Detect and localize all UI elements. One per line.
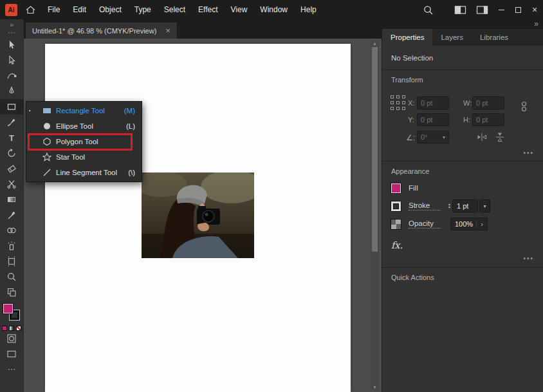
effects-row: fx. — [382, 233, 543, 251]
curvature-tool[interactable] — [0, 68, 24, 84]
chevron-down-icon: ▾ — [484, 203, 486, 209]
fill-color-swatch[interactable] — [3, 304, 13, 313]
fill-stroke-swatches[interactable] — [0, 303, 24, 323]
star-icon — [41, 152, 53, 162]
symbol-sprayer-tool[interactable] — [0, 238, 24, 254]
vertical-scrollbar[interactable]: ▲ ▼ — [371, 40, 379, 391]
menu-help[interactable]: Help — [294, 0, 323, 19]
flip-horizontal-icon[interactable] — [476, 132, 488, 142]
chevron-down-icon: ▾ — [443, 135, 445, 140]
flip-vertical-icon[interactable] — [494, 132, 506, 142]
close-button[interactable]: × — [526, 0, 543, 19]
minimize-button[interactable] — [493, 0, 510, 19]
x-input[interactable] — [417, 97, 449, 109]
stroke-label[interactable]: Stroke — [409, 201, 441, 210]
flyout-item-line-segment-tool[interactable]: Line Segment Tool (\) — [26, 165, 142, 180]
opacity-value: 100% — [451, 220, 476, 228]
edit-toolbar-icon[interactable] — [0, 285, 24, 300]
stroke-swatch[interactable] — [391, 201, 401, 211]
pen-tool[interactable] — [0, 84, 24, 99]
stepper-down-icon[interactable]: ▾ — [448, 206, 450, 209]
opacity-swatch[interactable] — [391, 219, 401, 229]
tab-layers[interactable]: Layers — [432, 29, 472, 46]
flyout-item-ellipse-tool[interactable]: Ellipse Tool (L) — [26, 118, 142, 134]
home-icon[interactable] — [25, 5, 36, 15]
transform-section-title: Transform — [382, 70, 543, 88]
y-input[interactable] — [417, 113, 449, 126]
rectangle-tool[interactable] — [0, 99, 24, 115]
maximize-button[interactable] — [510, 0, 526, 19]
zoom-tool[interactable] — [0, 269, 24, 285]
effects-button[interactable]: fx. — [391, 240, 403, 250]
menu-view[interactable]: View — [225, 0, 254, 19]
draw-mode-icon[interactable] — [0, 331, 24, 346]
arrange-documents-icon[interactable] — [449, 0, 471, 19]
eyedropper-tool[interactable] — [0, 207, 24, 223]
fill-row: Fill — [382, 179, 543, 197]
search-icon[interactable] — [417, 0, 439, 19]
menu-select[interactable]: Select — [158, 0, 192, 19]
menu-type[interactable]: Type — [128, 0, 158, 19]
paintbrush-tool[interactable] — [0, 115, 24, 130]
workspace-switcher-icon[interactable] — [471, 0, 493, 19]
flyout-item-star-tool[interactable]: Star Tool — [26, 149, 142, 165]
scroll-up-icon[interactable]: ▲ — [371, 41, 379, 46]
menu-object[interactable]: Object — [93, 0, 128, 19]
rotate-tool[interactable] — [0, 145, 24, 161]
stroke-weight-stepper[interactable]: ▴ ▾ — [448, 203, 450, 209]
opacity-label[interactable]: Opacity — [409, 219, 441, 229]
panel-collapse-icon[interactable]: » — [534, 20, 538, 28]
eraser-tool[interactable] — [0, 161, 24, 176]
selection-tool[interactable] — [0, 37, 24, 53]
toolbar-grip-icon[interactable]: ⋯ — [0, 30, 24, 37]
blend-tool[interactable] — [0, 223, 24, 238]
flyout-item-rectangle-tool[interactable]: ▪ Rectangle Tool (M) — [26, 103, 142, 118]
quick-actions-section-title: Quick Actions — [382, 268, 543, 285]
fill-label[interactable]: Fill — [409, 184, 418, 192]
toolbar-more-icon[interactable]: ⋯ — [8, 364, 16, 377]
scrollbar-thumb[interactable] — [372, 47, 378, 252]
stroke-weight-input[interactable]: 1 pt — [452, 200, 478, 212]
none-button[interactable] — [16, 326, 21, 331]
menu-window[interactable]: Window — [253, 0, 294, 19]
flyout-item-shortcut: (\) — [128, 169, 142, 176]
artboard-tool[interactable] — [0, 254, 24, 269]
titlebar-controls: × — [417, 0, 543, 19]
flyout-item-polygon-tool[interactable]: Polygon Tool — [26, 134, 142, 149]
tab-libraries[interactable]: Libraries — [472, 29, 517, 46]
app-logo-icon[interactable]: Ai — [5, 4, 17, 16]
flyout-item-label: Line Segment Tool — [56, 169, 117, 176]
gradient-tool[interactable] — [0, 192, 24, 207]
rotation-angle-dropdown[interactable]: 0° ▾ — [417, 131, 449, 144]
tab-properties[interactable]: Properties — [382, 29, 432, 46]
w-input[interactable] — [472, 97, 504, 109]
scissors-tool[interactable] — [0, 176, 24, 192]
h-input[interactable] — [472, 113, 504, 126]
document-tab[interactable]: Untitled-1* @ 46.98 % (CMYK/Preview) × — [26, 23, 177, 39]
constrain-proportions-icon[interactable] — [519, 101, 529, 112]
fill-swatch[interactable] — [391, 183, 401, 193]
appearance-more-options[interactable]: ••• — [382, 251, 543, 267]
tools-panel: » ⋯ T — [0, 19, 24, 392]
canvas[interactable]: ▲ ▼ — [24, 39, 382, 392]
menu-effect[interactable]: Effect — [192, 0, 224, 19]
scroll-down-icon[interactable]: ▼ — [371, 384, 379, 390]
flyout-item-shortcut: (M) — [124, 107, 142, 115]
stroke-weight-dropdown[interactable]: ▾ — [479, 200, 490, 212]
menu-edit[interactable]: Edit — [66, 0, 93, 19]
transform-more-options[interactable]: ••• — [382, 149, 543, 161]
opacity-control[interactable]: 100% › — [450, 218, 488, 230]
type-tool[interactable]: T — [0, 130, 24, 145]
reference-point-grid[interactable] — [391, 95, 405, 110]
menu-file[interactable]: File — [41, 0, 66, 19]
placed-image[interactable] — [142, 173, 254, 258]
gradient-button[interactable] — [9, 326, 14, 331]
color-button[interactable] — [2, 326, 7, 331]
screen-mode-icon[interactable] — [0, 346, 24, 362]
selection-status: No Selection — [382, 46, 543, 70]
direct-selection-tool[interactable] — [0, 53, 24, 68]
document-tab-label: Untitled-1* @ 46.98 % (CMYK/Preview) — [32, 27, 156, 35]
flyout-item-label: Star Tool — [56, 153, 85, 161]
chevron-right-icon[interactable]: › — [477, 220, 487, 228]
tab-close-icon[interactable]: × — [165, 26, 170, 35]
